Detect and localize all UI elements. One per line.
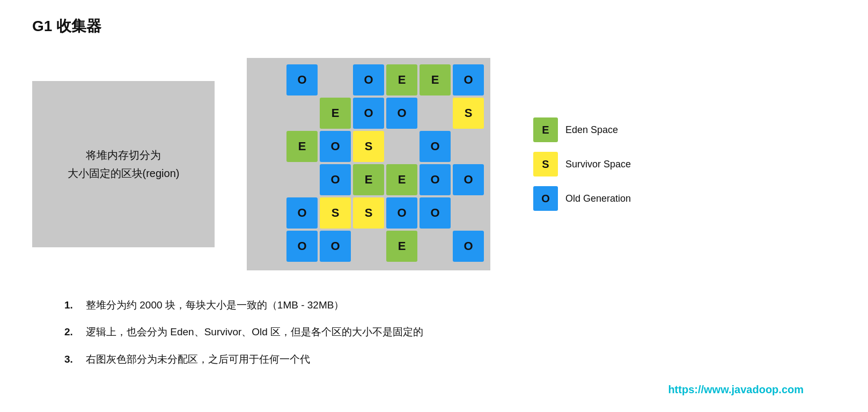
- grid-cell: O: [286, 64, 318, 95]
- grid-cell: O: [386, 98, 417, 129]
- grid-cell: [453, 131, 484, 162]
- grid-cell: O: [320, 131, 351, 162]
- grid-cell: [253, 197, 284, 229]
- legend-label-old: Old Generation: [565, 193, 631, 204]
- grid-cell: O: [453, 231, 484, 262]
- grid-cell: S: [320, 197, 351, 229]
- legend-item-survivor: S Survivor Space: [533, 152, 631, 176]
- grid-cell: O: [286, 197, 318, 229]
- points-list: 整堆分为约 2000 块，每块大小是一致的（1MB - 32MB）逻辑上，也会分…: [64, 297, 836, 367]
- grid-cell: O: [353, 64, 384, 95]
- grid-cell: [253, 98, 284, 129]
- grid-row: OSSOO: [253, 197, 484, 229]
- grid-cell: [353, 231, 384, 262]
- grid-cell: E: [420, 64, 451, 95]
- grid-cell: [253, 131, 284, 162]
- grid-cell: [286, 98, 318, 129]
- grid-cell: O: [320, 231, 351, 262]
- grid-cell: O: [420, 197, 451, 229]
- grid-row: EOOS: [253, 98, 484, 129]
- left-description-box: 将堆内存切分为 大小固定的区块(region): [32, 81, 215, 247]
- legend-item-eden: E Eden Space: [533, 117, 631, 142]
- grid-diagram: OOEEOEOOSEOSOOEEOOOSSOOOOEO: [247, 58, 490, 270]
- grid-cell: O: [286, 231, 318, 262]
- grid-cell: E: [320, 98, 351, 129]
- grid-cell: S: [353, 197, 384, 229]
- grid-cell: E: [386, 164, 417, 195]
- legend-box-survivor: S: [533, 152, 558, 176]
- grid-cell: [286, 164, 318, 195]
- grid-cell: O: [320, 164, 351, 195]
- list-item: 右图灰色部分为未分配区，之后可用于任何一个代: [64, 351, 836, 367]
- legend-area: E Eden Space S Survivor Space O Old Gene…: [533, 117, 631, 211]
- grid-cell: S: [453, 98, 484, 129]
- grid-row: OEEOO: [253, 164, 484, 195]
- grid-cell: [320, 64, 351, 95]
- grid-row: EOSO: [253, 131, 484, 162]
- grid-cell: E: [286, 131, 318, 162]
- grid-cell: O: [353, 98, 384, 129]
- diagram-row: 将堆内存切分为 大小固定的区块(region) OOEEOEOOSEOSOOEE…: [32, 58, 836, 270]
- points-ol: 整堆分为约 2000 块，每块大小是一致的（1MB - 32MB）逻辑上，也会分…: [64, 297, 836, 367]
- list-item: 整堆分为约 2000 块，每块大小是一致的（1MB - 32MB）: [64, 297, 836, 313]
- grid-cell: [253, 64, 284, 95]
- list-item: 逻辑上，也会分为 Eden、Survivor、Old 区，但是各个区的大小不是固…: [64, 324, 836, 340]
- grid-cell: O: [453, 64, 484, 95]
- grid-cell: E: [386, 64, 417, 95]
- grid-cell: [253, 231, 284, 262]
- grid-cell: S: [353, 131, 384, 162]
- url-footer: https://www.javadoop.com: [32, 384, 804, 396]
- legend-label-eden: Eden Space: [565, 124, 618, 136]
- grid-cell: O: [453, 164, 484, 195]
- legend-item-old: O Old Generation: [533, 186, 631, 211]
- url-text: https://www.javadoop.com: [668, 384, 804, 395]
- grid-cell: [420, 98, 451, 129]
- grid-cell: E: [353, 164, 384, 195]
- grid-cell: O: [420, 131, 451, 162]
- left-box-text: 将堆内存切分为 大小固定的区块(region): [68, 146, 180, 182]
- grid-cell: [253, 164, 284, 195]
- legend-box-old: O: [533, 186, 558, 211]
- grid-cell: [453, 197, 484, 229]
- grid-cell: O: [420, 164, 451, 195]
- grid-cell: E: [386, 231, 417, 262]
- grid-row: OOEEO: [253, 64, 484, 95]
- page-title: G1 收集器: [32, 16, 836, 36]
- grid-cells: OOEEOEOOSEOSOOEEOOOSSOOOOEO: [253, 64, 484, 262]
- legend-box-eden: E: [533, 117, 558, 142]
- grid-cell: [420, 231, 451, 262]
- grid-cell: O: [386, 197, 417, 229]
- legend-label-survivor: Survivor Space: [565, 159, 631, 170]
- grid-row: OOEO: [253, 231, 484, 262]
- grid-cell: [386, 131, 417, 162]
